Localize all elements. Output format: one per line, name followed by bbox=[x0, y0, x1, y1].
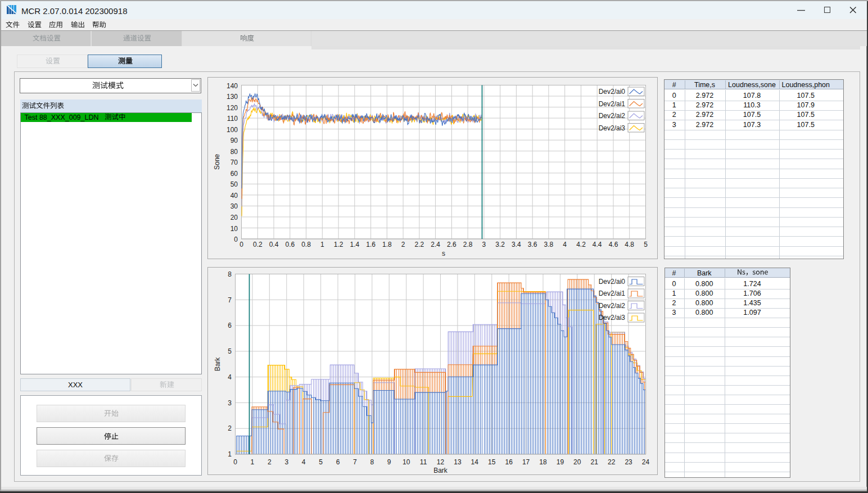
svg-text:80: 80 bbox=[230, 148, 238, 156]
svg-text:3.6: 3.6 bbox=[528, 241, 537, 248]
svg-text:2: 2 bbox=[268, 458, 272, 466]
svg-text:Dev2/ai0: Dev2/ai0 bbox=[599, 278, 626, 286]
svg-text:Dev2/ai2: Dev2/ai2 bbox=[599, 302, 626, 310]
svg-text:6: 6 bbox=[336, 458, 340, 466]
svg-text:8: 8 bbox=[370, 458, 374, 466]
svg-text:13: 13 bbox=[454, 458, 462, 466]
svg-text:9: 9 bbox=[387, 458, 391, 466]
svg-text:5: 5 bbox=[319, 458, 323, 466]
svg-text:4: 4 bbox=[563, 241, 567, 248]
svg-text:0: 0 bbox=[239, 241, 243, 248]
svg-text:2: 2 bbox=[401, 241, 405, 248]
svg-text:70: 70 bbox=[230, 159, 238, 166]
svg-text:Dev2/ai3: Dev2/ai3 bbox=[599, 124, 626, 132]
svg-text:0: 0 bbox=[234, 236, 238, 243]
svg-text:2.4: 2.4 bbox=[431, 241, 440, 248]
svg-text:3: 3 bbox=[482, 241, 486, 248]
svg-text:3: 3 bbox=[284, 458, 288, 466]
svg-text:22: 22 bbox=[608, 458, 616, 466]
svg-text:1: 1 bbox=[251, 458, 255, 466]
svg-text:s: s bbox=[442, 250, 445, 257]
svg-text:4: 4 bbox=[302, 458, 306, 466]
svg-text:19: 19 bbox=[557, 458, 564, 466]
svg-text:18: 18 bbox=[539, 458, 547, 466]
svg-text:90: 90 bbox=[230, 137, 238, 144]
svg-text:2.8: 2.8 bbox=[463, 241, 473, 248]
svg-text:30: 30 bbox=[230, 202, 238, 210]
svg-text:11: 11 bbox=[420, 458, 427, 466]
svg-text:1.2: 1.2 bbox=[334, 241, 343, 248]
svg-text:Dev2/ai3: Dev2/ai3 bbox=[599, 314, 626, 322]
svg-text:24: 24 bbox=[642, 458, 650, 466]
svg-text:10: 10 bbox=[230, 225, 238, 233]
svg-text:0.6: 0.6 bbox=[285, 241, 295, 248]
svg-text:5: 5 bbox=[644, 241, 648, 248]
svg-text:4.2: 4.2 bbox=[576, 241, 586, 248]
svg-text:0: 0 bbox=[233, 458, 237, 466]
svg-text:0.2: 0.2 bbox=[253, 241, 263, 248]
svg-text:4.8: 4.8 bbox=[625, 241, 634, 248]
svg-text:40: 40 bbox=[230, 192, 238, 200]
svg-text:15: 15 bbox=[488, 458, 496, 466]
svg-text:10: 10 bbox=[403, 458, 410, 466]
svg-text:Dev2/ai1: Dev2/ai1 bbox=[599, 100, 626, 108]
svg-text:17: 17 bbox=[522, 458, 530, 466]
svg-text:Bark: Bark bbox=[214, 357, 221, 372]
svg-text:20: 20 bbox=[230, 214, 238, 221]
svg-text:Dev2/ai2: Dev2/ai2 bbox=[599, 112, 626, 120]
svg-text:23: 23 bbox=[625, 458, 632, 466]
svg-text:7: 7 bbox=[353, 458, 357, 466]
svg-text:2.6: 2.6 bbox=[447, 241, 456, 248]
svg-text:7: 7 bbox=[228, 296, 232, 304]
svg-text:3.4: 3.4 bbox=[512, 241, 521, 248]
svg-text:3.8: 3.8 bbox=[544, 241, 554, 248]
svg-text:2: 2 bbox=[228, 424, 232, 432]
svg-text:1: 1 bbox=[320, 241, 324, 248]
svg-text:3.2: 3.2 bbox=[495, 241, 505, 248]
svg-text:5: 5 bbox=[228, 347, 232, 355]
svg-text:120: 120 bbox=[227, 104, 238, 112]
svg-text:4: 4 bbox=[228, 373, 232, 381]
svg-text:130: 130 bbox=[227, 93, 238, 101]
svg-text:20: 20 bbox=[573, 458, 581, 466]
svg-text:0.8: 0.8 bbox=[301, 241, 311, 248]
svg-text:140: 140 bbox=[227, 82, 238, 90]
svg-text:100: 100 bbox=[227, 126, 238, 134]
svg-text:50: 50 bbox=[230, 180, 238, 188]
svg-text:3: 3 bbox=[228, 399, 232, 407]
svg-text:110: 110 bbox=[227, 115, 238, 123]
svg-text:4.4: 4.4 bbox=[593, 241, 602, 248]
svg-text:Dev2/ai0: Dev2/ai0 bbox=[599, 88, 626, 96]
svg-text:Sone: Sone bbox=[213, 154, 221, 170]
svg-text:4.6: 4.6 bbox=[609, 241, 618, 248]
svg-text:0.4: 0.4 bbox=[269, 241, 279, 248]
svg-text:2.2: 2.2 bbox=[415, 241, 424, 248]
svg-text:12: 12 bbox=[437, 458, 445, 466]
svg-text:1.8: 1.8 bbox=[382, 241, 392, 248]
svg-text:6: 6 bbox=[228, 322, 232, 329]
svg-text:14: 14 bbox=[471, 458, 479, 466]
svg-text:1.4: 1.4 bbox=[350, 241, 359, 248]
svg-text:1: 1 bbox=[228, 450, 232, 458]
svg-text:21: 21 bbox=[591, 458, 599, 466]
svg-text:60: 60 bbox=[230, 170, 238, 178]
svg-text:Dev2/ai1: Dev2/ai1 bbox=[599, 290, 626, 297]
svg-text:1.6: 1.6 bbox=[366, 241, 376, 248]
svg-text:8: 8 bbox=[228, 270, 232, 278]
svg-text:16: 16 bbox=[505, 458, 513, 466]
svg-text:Bark: Bark bbox=[433, 467, 448, 474]
